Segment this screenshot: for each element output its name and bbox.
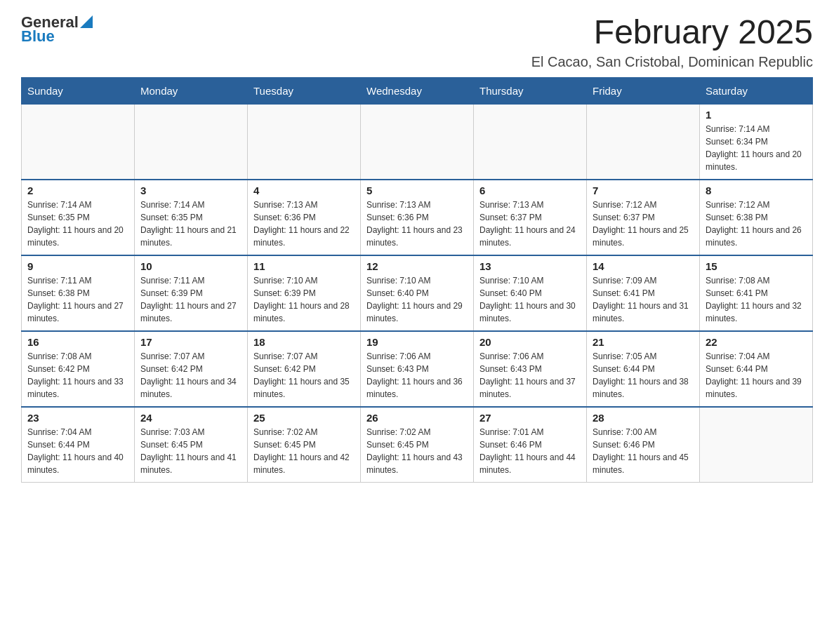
- calendar-cell: 20Sunrise: 7:06 AMSunset: 6:43 PMDayligh…: [474, 331, 587, 407]
- calendar-header-tuesday: Tuesday: [248, 77, 361, 104]
- day-info: Sunrise: 7:14 AMSunset: 6:35 PMDaylight:…: [140, 199, 241, 249]
- day-number: 2: [27, 185, 128, 196]
- calendar-cell: 3Sunrise: 7:14 AMSunset: 6:35 PMDaylight…: [135, 180, 248, 255]
- title-block: February 2025 El Cacao, San Cristobal, D…: [531, 14, 813, 70]
- day-info: Sunrise: 7:01 AMSunset: 6:46 PMDaylight:…: [479, 426, 581, 476]
- calendar-cell: 1Sunrise: 7:14 AMSunset: 6:34 PMDaylight…: [700, 104, 813, 180]
- day-info: Sunrise: 7:04 AMSunset: 6:44 PMDaylight:…: [27, 426, 128, 476]
- day-info: Sunrise: 7:02 AMSunset: 6:45 PMDaylight:…: [366, 426, 468, 476]
- day-info: Sunrise: 7:02 AMSunset: 6:45 PMDaylight:…: [253, 426, 355, 476]
- day-info: Sunrise: 7:06 AMSunset: 6:43 PMDaylight:…: [479, 350, 581, 401]
- day-number: 1: [706, 109, 807, 121]
- calendar-header-row: SundayMondayTuesdayWednesdayThursdayFrid…: [22, 77, 813, 104]
- day-number: 27: [479, 412, 581, 424]
- logo-arrow-icon: [80, 15, 93, 28]
- calendar-cell: [361, 104, 474, 180]
- calendar-header-friday: Friday: [587, 77, 700, 104]
- calendar-cell: 13Sunrise: 7:10 AMSunset: 6:40 PMDayligh…: [474, 255, 587, 331]
- calendar-cell: 5Sunrise: 7:13 AMSunset: 6:36 PMDaylight…: [361, 180, 474, 255]
- calendar-cell: 12Sunrise: 7:10 AMSunset: 6:40 PMDayligh…: [361, 255, 474, 331]
- day-number: 17: [140, 336, 241, 348]
- calendar-header-wednesday: Wednesday: [361, 77, 474, 104]
- day-number: 28: [593, 412, 694, 424]
- day-number: 7: [593, 185, 694, 196]
- day-info: Sunrise: 7:10 AMSunset: 6:40 PMDaylight:…: [479, 274, 581, 325]
- calendar-cell: 2Sunrise: 7:14 AMSunset: 6:35 PMDaylight…: [22, 180, 135, 255]
- day-info: Sunrise: 7:11 AMSunset: 6:38 PMDaylight:…: [27, 274, 128, 325]
- day-number: 3: [140, 185, 241, 196]
- day-info: Sunrise: 7:06 AMSunset: 6:43 PMDaylight:…: [366, 350, 468, 401]
- day-info: Sunrise: 7:04 AMSunset: 6:44 PMDaylight:…: [706, 350, 807, 401]
- day-number: 18: [253, 336, 355, 348]
- calendar-cell: 26Sunrise: 7:02 AMSunset: 6:45 PMDayligh…: [361, 407, 474, 483]
- calendar-cell: 11Sunrise: 7:10 AMSunset: 6:39 PMDayligh…: [248, 255, 361, 331]
- day-info: Sunrise: 7:13 AMSunset: 6:36 PMDaylight:…: [253, 199, 355, 249]
- day-info: Sunrise: 7:11 AMSunset: 6:39 PMDaylight:…: [140, 274, 241, 325]
- day-info: Sunrise: 7:03 AMSunset: 6:45 PMDaylight:…: [140, 426, 241, 476]
- calendar-week-row: 9Sunrise: 7:11 AMSunset: 6:38 PMDaylight…: [22, 255, 813, 331]
- day-number: 24: [140, 412, 241, 424]
- day-number: 10: [140, 260, 241, 272]
- calendar-header-monday: Monday: [135, 77, 248, 104]
- calendar-cell: 8Sunrise: 7:12 AMSunset: 6:38 PMDaylight…: [700, 180, 813, 255]
- logo-blue: Blue: [21, 28, 93, 45]
- day-info: Sunrise: 7:05 AMSunset: 6:44 PMDaylight:…: [593, 350, 694, 401]
- calendar-cell: 9Sunrise: 7:11 AMSunset: 6:38 PMDaylight…: [22, 255, 135, 331]
- calendar-cell: [587, 104, 700, 180]
- day-info: Sunrise: 7:00 AMSunset: 6:46 PMDaylight:…: [593, 426, 694, 476]
- day-number: 6: [479, 185, 581, 196]
- calendar-cell: 19Sunrise: 7:06 AMSunset: 6:43 PMDayligh…: [361, 331, 474, 407]
- day-number: 8: [706, 185, 807, 196]
- day-number: 14: [593, 260, 694, 272]
- day-info: Sunrise: 7:10 AMSunset: 6:39 PMDaylight:…: [253, 274, 355, 325]
- calendar-cell: 28Sunrise: 7:00 AMSunset: 6:46 PMDayligh…: [587, 407, 700, 483]
- day-number: 26: [366, 412, 468, 424]
- calendar-week-row: 16Sunrise: 7:08 AMSunset: 6:42 PMDayligh…: [22, 331, 813, 407]
- day-info: Sunrise: 7:14 AMSunset: 6:34 PMDaylight:…: [706, 123, 807, 173]
- logo: General Blue: [21, 14, 93, 45]
- day-info: Sunrise: 7:10 AMSunset: 6:40 PMDaylight:…: [366, 274, 468, 325]
- calendar-cell: [135, 104, 248, 180]
- day-number: 9: [27, 260, 128, 272]
- calendar-week-row: 1Sunrise: 7:14 AMSunset: 6:34 PMDaylight…: [22, 104, 813, 180]
- day-number: 16: [27, 336, 128, 348]
- calendar-cell: 21Sunrise: 7:05 AMSunset: 6:44 PMDayligh…: [587, 331, 700, 407]
- day-number: 19: [366, 336, 468, 348]
- calendar-cell: 22Sunrise: 7:04 AMSunset: 6:44 PMDayligh…: [700, 331, 813, 407]
- calendar-header-saturday: Saturday: [700, 77, 813, 104]
- calendar-cell: [248, 104, 361, 180]
- calendar-cell: 15Sunrise: 7:08 AMSunset: 6:41 PMDayligh…: [700, 255, 813, 331]
- calendar-cell: 7Sunrise: 7:12 AMSunset: 6:37 PMDaylight…: [587, 180, 700, 255]
- day-number: 20: [479, 336, 581, 348]
- calendar-cell: [474, 104, 587, 180]
- day-number: 13: [479, 260, 581, 272]
- calendar-cell: 17Sunrise: 7:07 AMSunset: 6:42 PMDayligh…: [135, 331, 248, 407]
- day-info: Sunrise: 7:12 AMSunset: 6:38 PMDaylight:…: [706, 199, 807, 249]
- day-number: 11: [253, 260, 355, 272]
- calendar-cell: 4Sunrise: 7:13 AMSunset: 6:36 PMDaylight…: [248, 180, 361, 255]
- month-title: February 2025: [531, 14, 813, 51]
- calendar-cell: [22, 104, 135, 180]
- day-info: Sunrise: 7:07 AMSunset: 6:42 PMDaylight:…: [140, 350, 241, 401]
- day-info: Sunrise: 7:08 AMSunset: 6:42 PMDaylight:…: [27, 350, 128, 401]
- day-info: Sunrise: 7:12 AMSunset: 6:37 PMDaylight:…: [593, 199, 694, 249]
- day-info: Sunrise: 7:08 AMSunset: 6:41 PMDaylight:…: [706, 274, 807, 325]
- calendar-header-thursday: Thursday: [474, 77, 587, 104]
- calendar-cell: 24Sunrise: 7:03 AMSunset: 6:45 PMDayligh…: [135, 407, 248, 483]
- calendar-cell: 23Sunrise: 7:04 AMSunset: 6:44 PMDayligh…: [22, 407, 135, 483]
- calendar-cell: 14Sunrise: 7:09 AMSunset: 6:41 PMDayligh…: [587, 255, 700, 331]
- page-header: General Blue February 2025 El Cacao, San…: [21, 14, 813, 70]
- day-info: Sunrise: 7:09 AMSunset: 6:41 PMDaylight:…: [593, 274, 694, 325]
- day-number: 22: [706, 336, 807, 348]
- location-title: El Cacao, San Cristobal, Dominican Repub…: [531, 54, 813, 70]
- day-number: 12: [366, 260, 468, 272]
- calendar-cell: [700, 407, 813, 483]
- calendar-cell: 18Sunrise: 7:07 AMSunset: 6:42 PMDayligh…: [248, 331, 361, 407]
- day-info: Sunrise: 7:13 AMSunset: 6:36 PMDaylight:…: [366, 199, 468, 249]
- calendar-cell: 25Sunrise: 7:02 AMSunset: 6:45 PMDayligh…: [248, 407, 361, 483]
- day-number: 5: [366, 185, 468, 196]
- calendar-table: SundayMondayTuesdayWednesdayThursdayFrid…: [21, 77, 813, 483]
- calendar-header-sunday: Sunday: [22, 77, 135, 104]
- day-number: 23: [27, 412, 128, 424]
- day-info: Sunrise: 7:13 AMSunset: 6:37 PMDaylight:…: [479, 199, 581, 249]
